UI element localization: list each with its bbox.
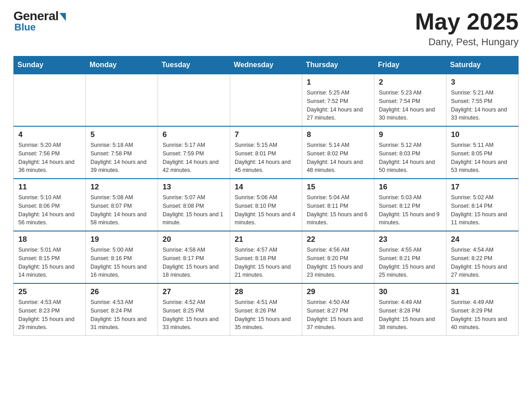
day-number: 26 (90, 287, 153, 296)
day-number: 21 (235, 235, 297, 244)
day-info: Sunrise: 5:21 AM Sunset: 7:55 PM Dayligh… (451, 89, 514, 122)
day-number: 9 (379, 130, 442, 139)
day-info: Sunrise: 5:20 AM Sunset: 7:56 PM Dayligh… (18, 141, 81, 175)
logo-blue-text: Blue (14, 21, 36, 33)
day-info: Sunrise: 4:55 AM Sunset: 8:21 PM Dayligh… (379, 246, 442, 279)
col-tuesday: Tuesday (158, 56, 230, 74)
day-info: Sunrise: 4:53 AM Sunset: 8:24 PM Dayligh… (90, 298, 153, 332)
day-number: 5 (90, 130, 153, 139)
day-number: 8 (307, 130, 369, 139)
day-info: Sunrise: 5:12 AM Sunset: 8:03 PM Dayligh… (379, 141, 442, 175)
calendar-title: May 2025 (415, 9, 519, 34)
day-number: 2 (379, 78, 442, 87)
day-number: 27 (163, 287, 225, 296)
day-info: Sunrise: 5:17 AM Sunset: 7:59 PM Dayligh… (163, 141, 225, 175)
day-number: 29 (307, 287, 369, 296)
table-row: 10Sunrise: 5:11 AM Sunset: 8:05 PM Dayli… (446, 126, 519, 179)
table-row: 1Sunrise: 5:25 AM Sunset: 7:52 PM Daylig… (302, 74, 374, 126)
day-info: Sunrise: 5:08 AM Sunset: 8:07 PM Dayligh… (90, 193, 153, 227)
day-info: Sunrise: 5:23 AM Sunset: 7:54 PM Dayligh… (379, 89, 442, 122)
day-info: Sunrise: 4:51 AM Sunset: 8:26 PM Dayligh… (235, 298, 297, 332)
table-row: 3Sunrise: 5:21 AM Sunset: 7:55 PM Daylig… (446, 74, 519, 126)
day-number: 16 (379, 183, 442, 192)
table-row: 19Sunrise: 5:00 AM Sunset: 8:16 PM Dayli… (86, 231, 158, 283)
col-sunday: Sunday (14, 56, 86, 74)
col-thursday: Thursday (302, 56, 374, 74)
table-row: 5Sunrise: 5:18 AM Sunset: 7:58 PM Daylig… (86, 126, 158, 179)
day-info: Sunrise: 4:52 AM Sunset: 8:25 PM Dayligh… (163, 298, 225, 332)
day-info: Sunrise: 4:58 AM Sunset: 8:17 PM Dayligh… (163, 246, 225, 279)
day-info: Sunrise: 4:57 AM Sunset: 8:18 PM Dayligh… (235, 246, 297, 279)
col-wednesday: Wednesday (230, 56, 302, 74)
day-number: 23 (379, 235, 442, 244)
table-row: 29Sunrise: 4:50 AM Sunset: 8:27 PM Dayli… (302, 283, 374, 336)
day-number: 19 (90, 235, 153, 244)
table-row: 24Sunrise: 4:54 AM Sunset: 8:22 PM Dayli… (446, 231, 519, 283)
day-info: Sunrise: 5:07 AM Sunset: 8:08 PM Dayligh… (163, 193, 225, 227)
table-row: 16Sunrise: 5:03 AM Sunset: 8:12 PM Dayli… (374, 179, 446, 231)
day-info: Sunrise: 5:15 AM Sunset: 8:01 PM Dayligh… (235, 141, 297, 175)
table-row (230, 74, 302, 126)
day-number: 20 (163, 235, 225, 244)
table-row: 7Sunrise: 5:15 AM Sunset: 8:01 PM Daylig… (230, 126, 302, 179)
calendar-week-row: 11Sunrise: 5:10 AM Sunset: 8:06 PM Dayli… (14, 179, 519, 231)
table-row: 9Sunrise: 5:12 AM Sunset: 8:03 PM Daylig… (374, 126, 446, 179)
table-row: 8Sunrise: 5:14 AM Sunset: 8:02 PM Daylig… (302, 126, 374, 179)
day-number: 24 (451, 235, 514, 244)
day-info: Sunrise: 4:56 AM Sunset: 8:20 PM Dayligh… (307, 246, 369, 279)
table-row: 22Sunrise: 4:56 AM Sunset: 8:20 PM Dayli… (302, 231, 374, 283)
day-info: Sunrise: 5:14 AM Sunset: 8:02 PM Dayligh… (307, 141, 369, 175)
day-number: 18 (18, 235, 81, 244)
day-info: Sunrise: 5:11 AM Sunset: 8:05 PM Dayligh… (451, 141, 514, 175)
day-number: 30 (379, 287, 442, 296)
day-number: 1 (307, 78, 369, 87)
day-number: 12 (90, 183, 153, 192)
day-number: 28 (235, 287, 297, 296)
table-row: 30Sunrise: 4:49 AM Sunset: 8:28 PM Dayli… (374, 283, 446, 336)
day-number: 4 (18, 130, 81, 139)
day-number: 3 (451, 78, 514, 87)
day-info: Sunrise: 5:18 AM Sunset: 7:58 PM Dayligh… (90, 141, 153, 175)
title-block: May 2025 Dany, Pest, Hungary (415, 9, 519, 48)
table-row: 15Sunrise: 5:04 AM Sunset: 8:11 PM Dayli… (302, 179, 374, 231)
day-number: 11 (18, 183, 81, 192)
table-row (14, 74, 86, 126)
table-row: 28Sunrise: 4:51 AM Sunset: 8:26 PM Dayli… (230, 283, 302, 336)
table-row: 4Sunrise: 5:20 AM Sunset: 7:56 PM Daylig… (14, 126, 86, 179)
day-number: 14 (235, 183, 297, 192)
table-row: 6Sunrise: 5:17 AM Sunset: 7:59 PM Daylig… (158, 126, 230, 179)
table-row: 11Sunrise: 5:10 AM Sunset: 8:06 PM Dayli… (14, 179, 86, 231)
col-friday: Friday (374, 56, 446, 74)
day-info: Sunrise: 4:50 AM Sunset: 8:27 PM Dayligh… (307, 298, 369, 332)
day-info: Sunrise: 4:54 AM Sunset: 8:22 PM Dayligh… (451, 246, 514, 279)
day-info: Sunrise: 4:53 AM Sunset: 8:23 PM Dayligh… (18, 298, 81, 332)
day-info: Sunrise: 5:00 AM Sunset: 8:16 PM Dayligh… (90, 246, 153, 279)
table-row: 25Sunrise: 4:53 AM Sunset: 8:23 PM Dayli… (14, 283, 86, 336)
table-row: 2Sunrise: 5:23 AM Sunset: 7:54 PM Daylig… (374, 74, 446, 126)
table-row: 27Sunrise: 4:52 AM Sunset: 8:25 PM Dayli… (158, 283, 230, 336)
day-number: 6 (163, 130, 225, 139)
day-info: Sunrise: 5:02 AM Sunset: 8:14 PM Dayligh… (451, 193, 514, 227)
day-info: Sunrise: 5:10 AM Sunset: 8:06 PM Dayligh… (18, 193, 81, 227)
day-number: 10 (451, 130, 514, 139)
table-row: 13Sunrise: 5:07 AM Sunset: 8:08 PM Dayli… (158, 179, 230, 231)
table-row: 26Sunrise: 4:53 AM Sunset: 8:24 PM Dayli… (86, 283, 158, 336)
logo-triangle-icon (60, 13, 66, 21)
day-number: 25 (18, 287, 81, 296)
day-info: Sunrise: 5:06 AM Sunset: 8:10 PM Dayligh… (235, 193, 297, 227)
calendar-week-row: 25Sunrise: 4:53 AM Sunset: 8:23 PM Dayli… (14, 283, 519, 336)
calendar-week-row: 4Sunrise: 5:20 AM Sunset: 7:56 PM Daylig… (14, 126, 519, 179)
table-row: 18Sunrise: 5:01 AM Sunset: 8:15 PM Dayli… (14, 231, 86, 283)
col-monday: Monday (86, 56, 158, 74)
table-row (86, 74, 158, 126)
table-row: 17Sunrise: 5:02 AM Sunset: 8:14 PM Dayli… (446, 179, 519, 231)
table-row (158, 74, 230, 126)
logo: General Blue (13, 9, 66, 33)
day-info: Sunrise: 5:01 AM Sunset: 8:15 PM Dayligh… (18, 246, 81, 279)
day-number: 22 (307, 235, 369, 244)
day-number: 17 (451, 183, 514, 192)
table-row: 20Sunrise: 4:58 AM Sunset: 8:17 PM Dayli… (158, 231, 230, 283)
calendar-location: Dany, Pest, Hungary (415, 36, 519, 48)
calendar-header-row: Sunday Monday Tuesday Wednesday Thursday… (14, 56, 519, 74)
day-info: Sunrise: 4:49 AM Sunset: 8:29 PM Dayligh… (451, 298, 514, 332)
